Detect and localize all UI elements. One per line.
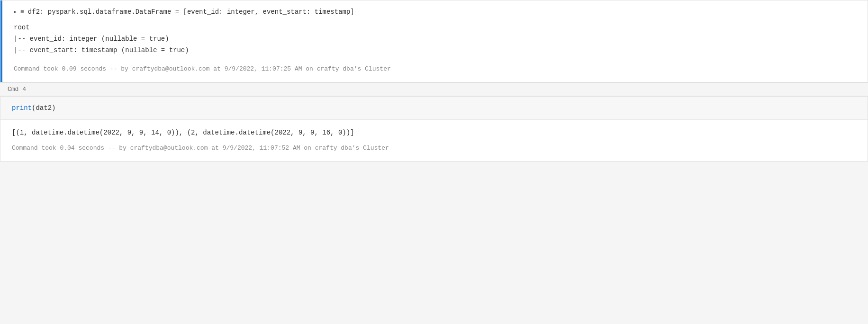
- code-arg: dat2: [36, 104, 52, 112]
- df-info-line: ▶ ≡ df2: pyspark.sql.dataframe.DataFrame…: [14, 8, 856, 16]
- schema-output: root |-- event_id: integer (nullable = t…: [14, 22, 856, 56]
- code-parens-close: ): [52, 104, 55, 112]
- cmd-label: Cmd 4: [0, 82, 868, 96]
- schema-field-1: |-- event_id: integer (nullable = true): [14, 34, 856, 45]
- code-line[interactable]: print(dat2): [12, 104, 856, 112]
- schema-field-2: |-- event_start: timestamp (nullable = t…: [14, 45, 856, 56]
- schema-root: root: [14, 22, 856, 34]
- output-section-2: [(1, datetime.datetime(2022, 9, 9, 14, 0…: [0, 120, 868, 161]
- output-line: [(1, datetime.datetime(2022, 9, 9, 14, 0…: [12, 127, 856, 139]
- cell-block-1: ▶ ≡ df2: pyspark.sql.dataframe.DataFrame…: [0, 0, 868, 82]
- cell-output-1: ▶ ≡ df2: pyspark.sql.dataframe.DataFrame…: [0, 0, 868, 82]
- table-icon: ≡: [20, 9, 24, 16]
- notebook-container: ▶ ≡ df2: pyspark.sql.dataframe.DataFrame…: [0, 0, 868, 162]
- expand-icon[interactable]: ▶: [14, 9, 17, 15]
- cell2-timing: Command took 0.04 seconds -- by craftydb…: [12, 144, 856, 152]
- code-section: print(dat2): [0, 97, 868, 120]
- cell1-timing: Command took 0.09 seconds -- by craftydb…: [14, 65, 856, 72]
- code-keyword: print: [12, 104, 32, 112]
- df-info-text: df2: pyspark.sql.dataframe.DataFrame = […: [28, 8, 354, 16]
- cell-block-2: print(dat2) [(1, datetime.datetime(2022,…: [0, 96, 868, 162]
